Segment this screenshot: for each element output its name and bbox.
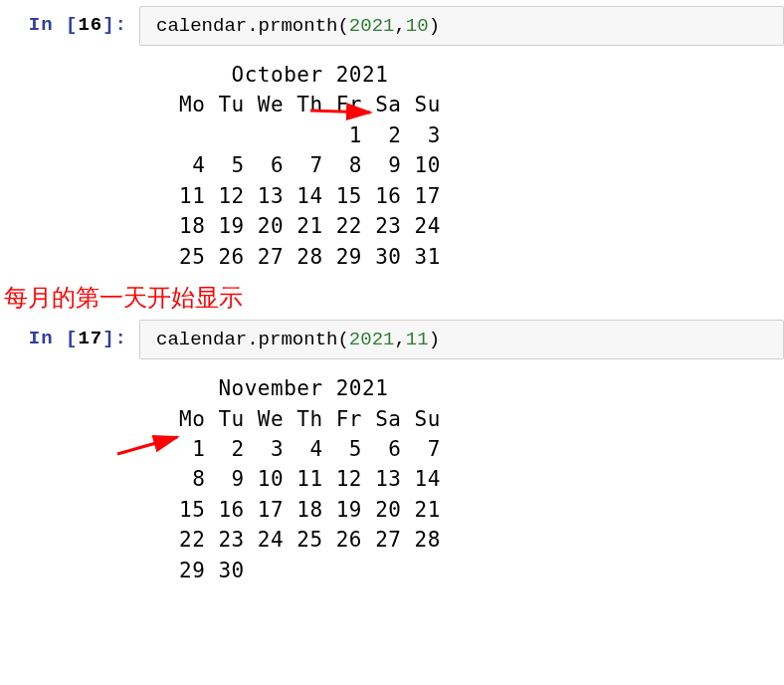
code-method: .prmonth <box>247 15 337 37</box>
calendar-row: 22 23 24 25 26 27 28 <box>179 525 784 555</box>
code-cell-input[interactable]: calendar.prmonth(2021,10) <box>139 6 784 46</box>
prompt-number: 17 <box>78 328 102 349</box>
calendar-title: October 2021 <box>179 60 784 90</box>
open-paren: ( <box>337 329 348 350</box>
input-cell: In [16]: calendar.prmonth(2021,10) <box>0 6 784 46</box>
calendar-title: November 2021 <box>179 373 784 403</box>
calendar-row: 1 2 3 <box>179 120 784 150</box>
calendar-row: 25 26 27 28 29 30 31 <box>179 242 784 272</box>
prompt-number: 16 <box>78 14 102 36</box>
calendar-header: Mo Tu We Th Fr Sa Su <box>179 90 784 119</box>
close-paren: ) <box>429 15 440 37</box>
calendar-row: 29 30 <box>179 556 784 585</box>
prompt-prefix: In [ <box>29 328 79 349</box>
input-prompt: In [17]: <box>0 320 139 349</box>
output-cell: October 2021 Mo Tu We Th Fr Sa Su 1 2 3 … <box>0 46 784 276</box>
calendar-row: 15 16 17 18 19 20 21 <box>179 495 784 525</box>
code-object: calendar <box>156 329 247 350</box>
open-paren: ( <box>337 15 348 37</box>
code-cell-input[interactable]: calendar.prmonth(2021,11) <box>139 320 784 359</box>
comma: , <box>394 329 405 350</box>
close-paren: ) <box>429 329 440 350</box>
code-method: .prmonth <box>247 329 337 350</box>
prompt-suffix: ]: <box>102 14 127 36</box>
prompt-suffix: ]: <box>102 328 127 349</box>
calendar-row: 18 19 20 21 22 23 24 <box>179 211 784 241</box>
code-arg1: 2021 <box>349 15 395 37</box>
calendar-row: 11 12 13 14 15 16 17 <box>179 181 784 211</box>
calendar-row: 1 2 3 4 5 6 7 <box>179 434 784 464</box>
code-arg2: 11 <box>406 329 429 350</box>
svg-line-3 <box>117 437 177 454</box>
prompt-prefix: In [ <box>29 14 79 36</box>
code-arg2: 10 <box>406 15 429 37</box>
calendar-row: 4 5 6 7 8 9 10 <box>179 150 784 180</box>
annotation-text: 每月的第一天开始显示 <box>0 282 784 314</box>
output-cell: November 2021 Mo Tu We Th Fr Sa Su 1 2 3… <box>0 359 784 589</box>
input-cell: In [17]: calendar.prmonth(2021,11) <box>0 320 784 359</box>
calendar-header: Mo Tu We Th Fr Sa Su <box>179 404 784 434</box>
input-prompt: In [16]: <box>0 6 139 36</box>
code-object: calendar <box>156 15 247 37</box>
code-arg1: 2021 <box>349 329 395 350</box>
comma: , <box>394 15 405 37</box>
calendar-row: 8 9 10 11 12 13 14 <box>179 464 784 494</box>
